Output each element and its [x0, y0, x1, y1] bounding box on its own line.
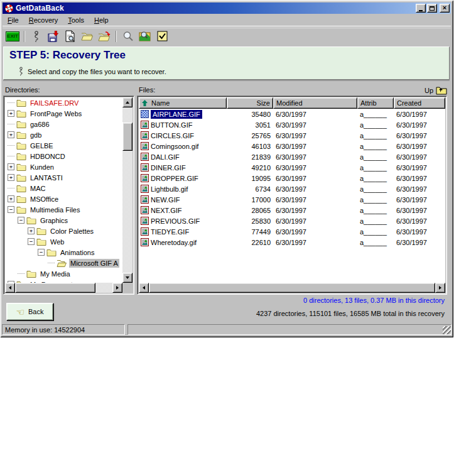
save-recovery-button[interactable]	[45, 30, 62, 43]
toolbar: EXIT	[3, 28, 451, 44]
expand-icon[interactable]: +	[8, 131, 14, 138]
scroll-up-button[interactable]	[122, 97, 133, 107]
scroll-right-button[interactable]	[435, 283, 445, 293]
folder-icon	[16, 173, 26, 182]
file-row[interactable]: AIRPLANE.GIF354806/30/1997a______6/30/19…	[139, 109, 445, 119]
expand-icon[interactable]: +	[8, 163, 14, 170]
expand-icon[interactable]: +	[8, 174, 14, 181]
tree-item[interactable]: ga686	[5, 119, 122, 129]
file-row[interactable]: DROPPER.GIF190956/30/1997a______6/30/199…	[139, 173, 445, 183]
select-options-button[interactable]	[154, 30, 170, 43]
exit-button[interactable]: EXIT	[4, 30, 21, 43]
scroll-thumb[interactable]	[149, 283, 435, 293]
file-row[interactable]: NEW.GIF170006/30/1997a______6/30/1997	[139, 194, 445, 205]
tree-item-label: Multimedia Files	[29, 205, 81, 214]
tree-item[interactable]: −Animations	[5, 247, 122, 258]
menu-item-tools[interactable]: Tools	[63, 15, 89, 26]
tree-item[interactable]: GELBE	[5, 140, 122, 151]
minimize-button[interactable]	[416, 4, 426, 13]
column-header-size[interactable]: Size	[227, 97, 273, 109]
back-button[interactable]: ☜ Back	[6, 303, 53, 320]
files-horizontal-scrollbar[interactable]	[139, 283, 445, 293]
menu-item-file[interactable]: File	[3, 15, 24, 26]
tree-item[interactable]: +MSOffice	[5, 194, 122, 204]
file-row[interactable]: Wheretoday.gif226106/30/1997a______6/30/…	[139, 237, 445, 248]
collapse-icon[interactable]: −	[28, 238, 35, 245]
file-row[interactable]: BUTTON.GIF30516/30/1997a______6/30/1997	[139, 119, 445, 130]
column-header-created[interactable]: Created	[394, 97, 445, 109]
file-row[interactable]: CIRCLES.GIF257656/30/1997a______6/30/199…	[139, 130, 445, 141]
file-modified-cell: 6/30/1997	[273, 217, 357, 225]
preview-button[interactable]	[62, 30, 78, 43]
collapse-icon[interactable]: −	[8, 206, 14, 213]
close-button[interactable]: ×	[440, 4, 450, 13]
tree-item-label: Color Palettes	[49, 227, 95, 236]
tree-connector	[18, 273, 24, 274]
menu-item-help[interactable]: Help	[89, 15, 114, 26]
file-name-cell: NEW.GIF	[139, 195, 227, 204]
tree-item-label: Web	[49, 237, 65, 246]
file-row[interactable]: DINER.GIF492106/30/1997a______6/30/1997	[139, 162, 445, 173]
tree-item[interactable]: HDBONCD	[5, 151, 122, 161]
tree-item[interactable]: −Multimedia Files	[5, 204, 122, 215]
image-file-icon	[141, 131, 149, 139]
file-created-cell: 6/30/1997	[394, 164, 430, 172]
back-button-label: Back	[28, 308, 43, 315]
collapse-icon[interactable]: −	[38, 249, 45, 256]
save-icon	[47, 31, 60, 42]
expand-icon[interactable]: +	[8, 195, 14, 202]
file-row[interactable]: DALI.GIF218396/30/1997a______6/30/1997	[139, 151, 445, 162]
tree-item[interactable]: +FrontPage Webs	[5, 108, 122, 119]
expand-icon[interactable]: +	[28, 227, 35, 234]
file-row[interactable]: PREVIOUS.GIF258306/30/1997a______6/30/19…	[139, 216, 445, 226]
open-folder-button[interactable]	[79, 30, 95, 43]
scroll-left-button[interactable]	[5, 283, 15, 293]
tree-item[interactable]: +Color Palettes	[5, 226, 122, 236]
file-list: AIRPLANE.GIF354806/30/1997a______6/30/19…	[139, 109, 445, 248]
titlebar[interactable]: GetDataBack ×	[3, 3, 451, 14]
tree-item[interactable]: −Graphics	[5, 215, 122, 226]
checkbox-icon	[157, 31, 168, 41]
scroll-left-button[interactable]	[139, 283, 149, 293]
up-button[interactable]: Up	[425, 85, 447, 96]
tree-horizontal-scrollbar[interactable]	[5, 283, 122, 293]
menu-item-recovery[interactable]: Recovery	[24, 15, 63, 26]
resize-grip[interactable]	[443, 326, 451, 334]
file-modified-cell: 6/30/1997	[273, 228, 357, 236]
files-header-row: Name Size Modified Attrib Created	[139, 97, 445, 109]
tree-item[interactable]: FAILSAFE.DRV	[5, 97, 122, 108]
scroll-thumb[interactable]	[15, 283, 95, 293]
tree-item[interactable]: −Web	[5, 236, 122, 247]
column-header-modified[interactable]: Modified	[273, 97, 357, 109]
tree-item[interactable]: Microsoft GIF A	[5, 258, 122, 268]
tree-item[interactable]: +Kunden	[5, 161, 122, 172]
file-row[interactable]: TIEDYE.GIF774496/30/1997a______6/30/1997	[139, 226, 445, 237]
file-name-label: NEXT.GIF	[151, 207, 182, 214]
file-name-cell: NEXT.GIF	[139, 206, 227, 214]
search-button[interactable]	[120, 30, 136, 43]
tree-item[interactable]: MAC	[5, 183, 122, 194]
tree-item[interactable]: My Media	[5, 268, 122, 279]
file-row[interactable]: Comingsoon.gif461036/30/1997a______6/30/…	[139, 141, 445, 151]
wizard-button[interactable]	[28, 30, 45, 43]
column-header-name[interactable]: Name	[139, 97, 227, 109]
view-image-button[interactable]	[137, 30, 153, 43]
file-name-label: NEW.GIF	[151, 196, 180, 204]
scroll-thumb[interactable]	[122, 123, 133, 151]
copy-files-button[interactable]	[96, 30, 112, 43]
scroll-right-button[interactable]	[112, 283, 122, 293]
image-file-icon	[141, 174, 149, 182]
collapse-icon[interactable]: −	[18, 217, 24, 224]
file-size-cell: 22610	[227, 239, 273, 246]
file-row[interactable]: Lightbulb.gif67346/30/1997a______6/30/19…	[139, 183, 445, 194]
tree-item[interactable]: +gdb	[5, 129, 122, 140]
column-header-attrib[interactable]: Attrib	[357, 97, 394, 109]
file-row[interactable]: NEXT.GIF280656/30/1997a______6/30/1997	[139, 205, 445, 216]
tree-vertical-scrollbar[interactable]	[122, 97, 133, 283]
scroll-down-button[interactable]	[122, 273, 133, 283]
maximize-button[interactable]	[427, 4, 437, 13]
tree-item[interactable]: +LANTASTI	[5, 172, 122, 183]
expand-icon[interactable]: +	[8, 110, 14, 117]
folder-icon	[16, 99, 26, 107]
status-bar: Memory in use: 14522904	[2, 324, 452, 335]
